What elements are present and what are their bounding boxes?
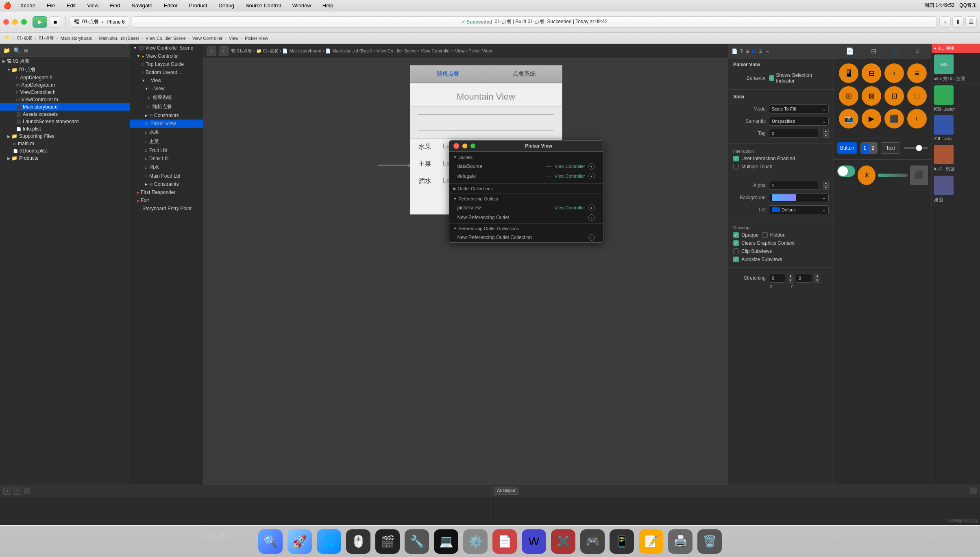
tree-main-m[interactable]: m main.m <box>0 140 130 147</box>
scene-vc[interactable]: ▼ ● View Controller <box>130 52 203 60</box>
mode-value[interactable]: Scale To Fill ⌄ <box>769 104 829 113</box>
run-button[interactable]: ▶ <box>33 16 47 28</box>
far-right-desktop[interactable]: 桌面 <box>932 174 980 205</box>
alpha-down[interactable]: ▼ <box>823 185 829 190</box>
clears-graphics-cb[interactable]: ✓ <box>733 240 739 246</box>
dock-iphone[interactable]: 📱 <box>610 529 634 554</box>
toggle-1[interactable]: ▼ <box>7 67 11 72</box>
popup-new-ref-outlet-row[interactable]: New Referencing Outlet ○ <box>449 213 603 222</box>
inspector-toggle-button[interactable]: ☰ <box>965 16 977 28</box>
menu-debug[interactable]: Debug <box>216 2 237 9</box>
dock-video[interactable]: 🎬 <box>375 529 400 554</box>
tree-toggle-project[interactable]: ▶ <box>2 59 7 63</box>
tree-project[interactable]: ▶ 🏗 01-点餐 <box>0 57 130 65</box>
toggle-vc-scene[interactable]: ▼ <box>133 46 137 50</box>
opaque-cb[interactable]: ✓ <box>733 232 739 238</box>
menu-view[interactable]: View <box>85 2 101 9</box>
tree-appdelegate-m[interactable]: m AppDelegate.m <box>0 81 130 89</box>
user-interaction-cb[interactable]: ✓ <box>733 156 739 161</box>
dock-word[interactable]: W <box>522 529 546 554</box>
stretching-y[interactable]: 0 <box>796 274 812 283</box>
popup-outlets-header[interactable]: ▼ Outlets <box>449 153 603 161</box>
nav-toggle-button[interactable]: ≡ <box>939 16 951 28</box>
inspector-file-icon[interactable]: 📄 <box>732 48 738 54</box>
tag-stepper[interactable]: ▲ ▼ <box>823 129 829 138</box>
far-right-zjl[interactable]: ZJL...etail <box>932 113 980 143</box>
scene-entry-point[interactable]: → Storyboard Entry Point <box>130 205 203 213</box>
popup-close[interactable] <box>453 143 459 149</box>
tree-launchscreen[interactable]: ⬛ LaunchScreen.storyboard <box>0 118 130 125</box>
scene-vc-scene[interactable]: ▼ ⬛ View Controller Scene <box>130 44 203 52</box>
alpha-up[interactable]: ▲ <box>823 181 829 185</box>
menu-source-control[interactable]: Source Control <box>243 2 283 9</box>
tree-group-1[interactable]: ▼ 📁 01-点餐 <box>0 65 130 74</box>
new-roc-icon[interactable]: ○ <box>588 234 595 241</box>
maximize-button[interactable] <box>21 19 27 25</box>
toggle-switch[interactable] <box>837 165 855 177</box>
filter-icon[interactable]: ⊕ <box>24 47 28 54</box>
far-right-ios1[interactable]: ios1...试题 <box>932 143 980 174</box>
delegate-connect-icon[interactable]: ● <box>588 173 595 179</box>
obj-nav-vc[interactable]: ‹ <box>884 63 904 83</box>
breadcrumb-4[interactable]: View Co...ller Scene <box>144 35 187 41</box>
apple-menu[interactable]: 🍎 <box>3 2 11 9</box>
inspector-quick-help-icon[interactable]: ? <box>740 48 743 54</box>
scene-picker-view[interactable]: ⊟ Picker View <box>130 120 203 128</box>
obj-btn-text[interactable]: Text <box>881 142 901 154</box>
output-next-btn[interactable]: › <box>13 487 21 495</box>
stop-button[interactable] <box>3 19 9 25</box>
canvas-content[interactable]: 随机点餐 点餐系统 Mountain View —— —— 水果 <box>203 59 728 527</box>
tree-viewcontroller-m[interactable]: m ViewController.m <box>0 96 130 103</box>
scene-label-diancan[interactable]: L 点餐系统 <box>130 93 203 102</box>
canvas-back-btn[interactable]: ‹ <box>207 46 216 56</box>
tree-supporting[interactable]: ▶ 📁 Supporting Files <box>0 133 130 140</box>
tree-products[interactable]: ▶ 📁 Products <box>0 154 130 162</box>
folder-icon[interactable]: 📁 <box>3 47 10 54</box>
breadcrumb-6[interactable]: View <box>227 35 240 41</box>
tab-diancan[interactable]: 点餐系统 <box>486 65 562 83</box>
breadcrumb-3[interactable]: Main.stor...rd (Base) <box>97 35 141 41</box>
clip-subviews-cb[interactable] <box>733 248 739 254</box>
dock-xmind[interactable]: ✖️ <box>551 529 575 554</box>
obj-gray-box[interactable]: ⬛ <box>910 165 928 185</box>
pickerview-connect-icon[interactable]: ● <box>588 205 595 211</box>
obj-3d[interactable]: ⬛ <box>884 109 904 128</box>
tree-viewcontroller-h[interactable]: h ViewController.h <box>0 89 130 96</box>
far-right-xlsx[interactable]: xlsx xlsx 第13...业绩 <box>932 53 980 84</box>
roc-toggle[interactable]: ▼ <box>453 226 457 231</box>
background-value[interactable]: ⌄ <box>769 193 829 202</box>
sy-down[interactable]: ▼ <box>814 278 820 283</box>
tag-down[interactable]: ▼ <box>823 133 829 138</box>
obj-list[interactable]: ≡ <box>907 63 927 83</box>
tree-foods-plist[interactable]: 📄 01foods.plist <box>0 147 130 154</box>
scene-view[interactable]: ▼ □ View <box>130 76 203 85</box>
menu-file[interactable]: File <box>44 2 58 9</box>
obj-progress[interactable] <box>878 174 908 177</box>
menu-navigate[interactable]: Navigate <box>129 2 155 9</box>
debug-toggle-button[interactable]: ⬇ <box>952 16 964 28</box>
obj-table-vc[interactable]: ⊟ <box>862 63 881 83</box>
obj-stepper-btn[interactable]: 1 2 <box>860 142 878 154</box>
minimize-button[interactable] <box>12 19 18 25</box>
menu-xcode[interactable]: Xcode <box>18 2 38 9</box>
autoresize-cb[interactable]: ✓ <box>733 257 739 262</box>
popup-ref-outlets-header[interactable]: ▼ Referencing Outlets <box>449 195 603 203</box>
dock-launchpad[interactable]: 🚀 <box>287 529 312 554</box>
scene-first-responder[interactable]: ● First Responder <box>130 188 203 196</box>
outlets-toggle[interactable]: ▼ <box>453 155 457 159</box>
scene-exit[interactable]: ● Exit <box>130 196 203 205</box>
breadcrumb-1[interactable]: 01-点餐 <box>37 34 56 42</box>
tree-info-plist[interactable]: 📄 Info.plist <box>0 125 130 133</box>
output-clear-btn[interactable] <box>24 487 30 494</box>
inspector-attr-icon[interactable]: ⊞ <box>752 48 756 54</box>
stretching-x[interactable]: 0 <box>769 274 785 283</box>
semantic-value[interactable]: Unspecified ⌄ <box>769 117 829 126</box>
popup-min[interactable] <box>462 144 467 148</box>
output-label-btn[interactable]: All Output <box>494 487 519 495</box>
scene-label-mainfood[interactable]: L Main Food Lbl <box>130 172 203 180</box>
obj-tab[interactable]: ⊡ <box>884 86 904 106</box>
oc-toggle[interactable]: ▶ <box>453 187 456 191</box>
obj-spinner[interactable]: ✳ <box>858 165 875 185</box>
inspector-identity-icon[interactable]: ⊟ <box>745 48 749 54</box>
tag-value[interactable]: 0 <box>769 129 819 138</box>
